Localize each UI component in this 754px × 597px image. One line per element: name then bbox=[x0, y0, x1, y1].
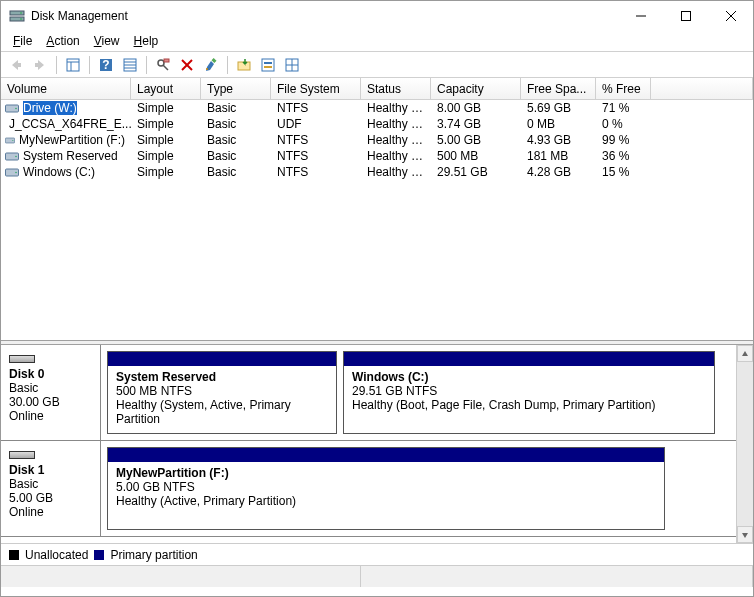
app-icon bbox=[9, 8, 25, 24]
window-controls bbox=[618, 1, 753, 31]
disk-row: Disk 1Basic5.00 GBOnlineMyNewPartition (… bbox=[1, 441, 736, 537]
status-cell bbox=[1, 566, 361, 587]
volume-type: Basic bbox=[201, 117, 271, 131]
forward-button[interactable] bbox=[29, 54, 51, 76]
action-button-1[interactable] bbox=[233, 54, 255, 76]
volume-pctfree: 0 % bbox=[596, 117, 651, 131]
volume-type: Basic bbox=[201, 101, 271, 115]
settings-button[interactable] bbox=[152, 54, 174, 76]
scroll-track[interactable] bbox=[737, 362, 753, 526]
volume-capacity: 5.00 GB bbox=[431, 133, 521, 147]
partition[interactable]: Windows (C:)29.51 GB NTFSHealthy (Boot, … bbox=[343, 351, 715, 434]
volume-type: Basic bbox=[201, 133, 271, 147]
disk-name: Disk 0 bbox=[9, 365, 92, 381]
window-title: Disk Management bbox=[31, 9, 618, 23]
menu-help[interactable]: Help bbox=[128, 33, 165, 49]
disk-label-cell[interactable]: Disk 0Basic30.00 GBOnline bbox=[1, 345, 101, 440]
scroll-up-icon[interactable] bbox=[737, 345, 753, 362]
volume-pctfree: 36 % bbox=[596, 149, 651, 163]
partition[interactable]: MyNewPartition (F:)5.00 GB NTFSHealthy (… bbox=[107, 447, 665, 530]
volume-name: Windows (C:) bbox=[23, 165, 95, 179]
menu-file[interactable]: File bbox=[7, 33, 38, 49]
volume-name-cell: Windows (C:) bbox=[1, 165, 131, 179]
action-button-3[interactable] bbox=[281, 54, 303, 76]
volume-filesystem: NTFS bbox=[271, 165, 361, 179]
volume-free: 5.69 GB bbox=[521, 101, 596, 115]
volume-capacity: 8.00 GB bbox=[431, 101, 521, 115]
column-capacity[interactable]: Capacity bbox=[431, 78, 521, 99]
separator bbox=[56, 56, 57, 74]
legend: Unallocated Primary partition bbox=[1, 543, 753, 565]
disk-icon bbox=[9, 355, 35, 363]
volume-status: Healthy (A... bbox=[361, 133, 431, 147]
partition-body: System Reserved500 MB NTFSHealthy (Syste… bbox=[108, 366, 336, 433]
disk-basic: Basic bbox=[9, 381, 92, 395]
action-button-2[interactable] bbox=[257, 54, 279, 76]
menu-action[interactable]: Action bbox=[40, 33, 85, 49]
disk-name: Disk 1 bbox=[9, 461, 92, 477]
properties-button[interactable] bbox=[200, 54, 222, 76]
svg-point-23 bbox=[206, 68, 208, 70]
partition-status: Healthy (System, Active, Primary Partiti… bbox=[116, 398, 328, 426]
volume-filesystem: NTFS bbox=[271, 101, 361, 115]
disk-label-cell[interactable]: Disk 1Basic5.00 GBOnline bbox=[1, 441, 101, 536]
volume-free: 4.28 GB bbox=[521, 165, 596, 179]
volume-layout: Simple bbox=[131, 149, 201, 163]
column-pctfree[interactable]: % Free bbox=[596, 78, 651, 99]
volume-status: Healthy (B... bbox=[361, 165, 431, 179]
legend-primary: Primary partition bbox=[110, 548, 197, 562]
volume-free: 0 MB bbox=[521, 117, 596, 131]
column-filesystem[interactable]: File System bbox=[271, 78, 361, 99]
volume-layout: Simple bbox=[131, 117, 201, 131]
column-status[interactable]: Status bbox=[361, 78, 431, 99]
volume-filesystem: UDF bbox=[271, 117, 361, 131]
menu-view[interactable]: View bbox=[88, 33, 126, 49]
vertical-scrollbar[interactable] bbox=[736, 345, 753, 543]
column-spacer bbox=[651, 78, 753, 99]
column-type[interactable]: Type bbox=[201, 78, 271, 99]
volume-row[interactable]: MyNewPartition (F:)SimpleBasicNTFSHealth… bbox=[1, 132, 753, 148]
swatch-unallocated bbox=[9, 550, 19, 560]
volume-list-header: Volume Layout Type File System Status Ca… bbox=[1, 78, 753, 100]
volume-type: Basic bbox=[201, 165, 271, 179]
delete-button[interactable] bbox=[176, 54, 198, 76]
back-button[interactable] bbox=[5, 54, 27, 76]
volume-row[interactable]: J_CCSA_X64FRE_E...SimpleBasicUDFHealthy … bbox=[1, 116, 753, 132]
volume-status: Healthy (A... bbox=[361, 101, 431, 115]
disk-state: Online bbox=[9, 505, 92, 519]
partition-title: Windows (C:) bbox=[352, 370, 706, 384]
column-free[interactable]: Free Spa... bbox=[521, 78, 596, 99]
help-button[interactable]: ? bbox=[95, 54, 117, 76]
column-volume[interactable]: Volume bbox=[1, 78, 131, 99]
partition[interactable]: System Reserved500 MB NTFSHealthy (Syste… bbox=[107, 351, 337, 434]
volume-row[interactable]: Drive (W:)SimpleBasicNTFSHealthy (A...8.… bbox=[1, 100, 753, 116]
partition-status: Healthy (Boot, Page File, Crash Dump, Pr… bbox=[352, 398, 706, 412]
volume-layout: Simple bbox=[131, 165, 201, 179]
partition-status: Healthy (Active, Primary Partition) bbox=[116, 494, 656, 508]
disk-partitions: MyNewPartition (F:)5.00 GB NTFSHealthy (… bbox=[101, 441, 736, 536]
volume-row[interactable]: Windows (C:)SimpleBasicNTFSHealthy (B...… bbox=[1, 164, 753, 180]
volume-name: J_CCSA_X64FRE_E... bbox=[9, 117, 131, 131]
scroll-down-icon[interactable] bbox=[737, 526, 753, 543]
volume-status: Healthy (P... bbox=[361, 117, 431, 131]
svg-rect-1 bbox=[10, 17, 24, 21]
volume-free: 4.93 GB bbox=[521, 133, 596, 147]
partition-stripe bbox=[108, 448, 664, 462]
volume-row[interactable]: System ReservedSimpleBasicNTFSHealthy (S… bbox=[1, 148, 753, 164]
menu-bar: File Action View Help bbox=[1, 31, 753, 51]
partition-stripe bbox=[108, 352, 336, 366]
close-button[interactable] bbox=[708, 1, 753, 31]
disk-size: 30.00 GB bbox=[9, 395, 92, 409]
maximize-button[interactable] bbox=[663, 1, 708, 31]
refresh-button[interactable] bbox=[119, 54, 141, 76]
svg-rect-22 bbox=[212, 58, 217, 63]
minimize-button[interactable] bbox=[618, 1, 663, 31]
svg-point-3 bbox=[20, 18, 22, 20]
volume-capacity: 3.74 GB bbox=[431, 117, 521, 131]
volume-pctfree: 71 % bbox=[596, 101, 651, 115]
volume-free: 181 MB bbox=[521, 149, 596, 163]
show-hide-tree-button[interactable] bbox=[62, 54, 84, 76]
disk-partitions: System Reserved500 MB NTFSHealthy (Syste… bbox=[101, 345, 736, 440]
volume-capacity: 500 MB bbox=[431, 149, 521, 163]
column-layout[interactable]: Layout bbox=[131, 78, 201, 99]
